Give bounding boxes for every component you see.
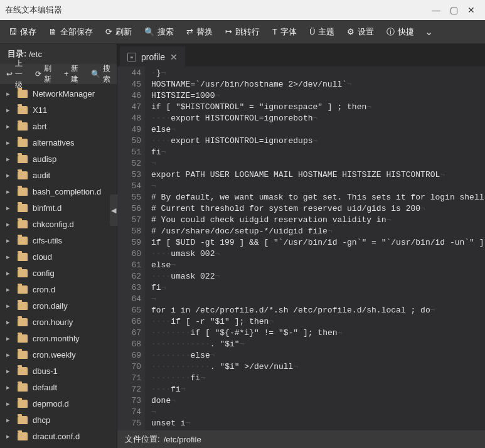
chevron-right-icon: ▸: [6, 171, 13, 179]
tree-item-label: abrt: [33, 122, 46, 131]
chevron-right-icon: ▸: [6, 188, 13, 196]
tree-item[interactable]: ▸dracut.conf.d: [0, 428, 117, 444]
tree-item[interactable]: ▸dhcp: [0, 412, 117, 428]
theme-button[interactable]: Ü主题: [303, 20, 341, 43]
tree-item-label: cron.monthly: [33, 334, 79, 343]
folder-icon: [18, 400, 28, 408]
chevron-right-icon: ▸: [6, 383, 13, 392]
folder-icon: [18, 432, 28, 440]
toolbar-overflow[interactable]: ⌄: [420, 26, 437, 38]
tree-item[interactable]: ▸alternatives: [0, 134, 117, 151]
tree-item[interactable]: ▸bash_completion.d: [0, 183, 117, 200]
tree-item[interactable]: ▸cron.weekly: [0, 346, 117, 363]
line-gutter: 4445464748495051525354555657585960616263…: [117, 67, 145, 430]
search-button[interactable]: 🔍搜索: [138, 20, 180, 43]
chevron-right-icon: ▸: [6, 318, 13, 326]
folder-icon: [18, 237, 28, 245]
tree-item[interactable]: ▸dbus-1: [0, 363, 117, 379]
gear-icon: ⚙: [347, 27, 354, 36]
replace-button[interactable]: ⇄替换: [180, 20, 219, 43]
tree-item-label: binfmt.d: [33, 203, 61, 213]
tree-item[interactable]: ▸NetworkManager: [0, 85, 117, 102]
chevron-right-icon: ▸: [6, 220, 13, 228]
up-icon: ↩: [6, 70, 13, 78]
minimize-button[interactable]: —: [427, 5, 445, 15]
editor-area: ◀ ≡ profile ✕ 44454647484950515253545556…: [117, 44, 485, 448]
folder-icon: [18, 269, 28, 277]
code-content[interactable]: ·}¬HOSTNAME=`/usr/bin/hostname 2>/dev/nu…: [145, 67, 485, 430]
save-all-icon: 🗎: [49, 27, 57, 36]
tree-item[interactable]: ▸cron.hourly: [0, 314, 117, 330]
tree-item-label: cron.hourly: [33, 317, 73, 327]
tree-item[interactable]: ▸binfmt.d: [0, 200, 117, 216]
file-tree[interactable]: ▸NetworkManager▸X11▸abrt▸alternatives▸au…: [0, 84, 117, 448]
window-title: 在线文本编辑器: [5, 4, 427, 16]
tree-item[interactable]: ▸chkconfig.d: [0, 216, 117, 232]
tree-item[interactable]: ▸cifs-utils: [0, 232, 117, 248]
shortcut-button[interactable]: ⓘ快捷: [380, 20, 420, 43]
theme-icon: Ü: [309, 27, 315, 36]
chevron-right-icon: ▸: [6, 155, 13, 163]
tree-item[interactable]: ▸cloud: [0, 248, 117, 265]
statusbar: 文件位置: /etc/profile: [117, 430, 485, 448]
tree-item-label: NetworkManager: [33, 89, 95, 99]
tree-item[interactable]: ▸X11: [0, 102, 117, 118]
sidebar-search-button[interactable]: 🔍搜索: [85, 64, 117, 84]
folder-icon: [18, 351, 28, 359]
folder-icon: [18, 302, 28, 310]
goto-button[interactable]: ↦跳转行: [219, 20, 266, 43]
chevron-right-icon: ▸: [6, 400, 13, 408]
folder-icon: [18, 188, 28, 196]
tree-item[interactable]: ▸config: [0, 265, 117, 281]
font-button[interactable]: T字体: [266, 20, 303, 43]
folder-icon: [18, 106, 28, 114]
folder-icon: [18, 416, 28, 424]
chevron-right-icon: ▸: [6, 416, 13, 424]
folder-icon: [18, 318, 28, 326]
tree-item[interactable]: ▸abrt: [0, 118, 117, 134]
chevron-right-icon: ▸: [6, 432, 13, 440]
tree-item-label: dbus-1: [33, 366, 58, 376]
folder-icon: [18, 334, 28, 343]
close-button[interactable]: ✕: [462, 5, 480, 15]
tree-item[interactable]: ▸cron.monthly: [0, 330, 117, 346]
save-all-button[interactable]: 🗎全部保存: [43, 20, 99, 43]
close-icon[interactable]: ✕: [170, 52, 178, 62]
current-dir: /etc: [29, 50, 42, 59]
tree-item-label: default: [33, 383, 57, 392]
sidebar: 目录: /etc ↩上一级 ⟳刷新 +新建 🔍搜索 ▸NetworkManage…: [0, 44, 117, 448]
info-icon: ⓘ: [386, 26, 395, 38]
chevron-right-icon: ▸: [6, 302, 13, 310]
tree-item-label: cron.daily: [33, 301, 68, 311]
tab-bar: ≡ profile ✕: [117, 44, 485, 67]
tree-item-label: config: [33, 269, 55, 278]
save-button[interactable]: 🖫保存: [3, 20, 43, 43]
tree-item-label: chkconfig.d: [33, 220, 74, 229]
tree-item[interactable]: ▸cron.d: [0, 281, 117, 297]
refresh-button[interactable]: ⟳刷新: [99, 20, 138, 43]
tree-item[interactable]: ▸depmod.d: [0, 395, 117, 412]
font-icon: T: [272, 27, 277, 36]
tree-item[interactable]: ▸audisp: [0, 151, 117, 167]
new-button[interactable]: +新建: [58, 64, 85, 84]
folder-icon: [18, 285, 28, 294]
tab-profile[interactable]: ≡ profile ✕: [120, 46, 185, 67]
sidebar-collapse-handle[interactable]: ◀: [110, 195, 117, 226]
sidebar-refresh-button[interactable]: ⟳刷新: [29, 64, 58, 84]
tree-item-label: alternatives: [33, 138, 74, 147]
folder-icon: [18, 139, 28, 147]
folder-icon: [18, 171, 28, 179]
maximize-button[interactable]: ▢: [445, 5, 462, 15]
settings-button[interactable]: ⚙设置: [341, 20, 380, 43]
folder-icon: [18, 253, 28, 261]
tree-item-label: bash_completion.d: [33, 187, 101, 196]
code-editor[interactable]: 4445464748495051525354555657585960616263…: [117, 67, 485, 430]
tree-item[interactable]: ▸audit: [0, 167, 117, 183]
tree-item[interactable]: ▸default: [0, 379, 117, 395]
folder-icon: [18, 383, 28, 392]
chevron-right-icon: ▸: [6, 204, 13, 212]
replace-icon: ⇄: [186, 27, 193, 36]
up-button[interactable]: ↩上一级: [0, 64, 29, 84]
folder-icon: [18, 367, 28, 375]
tree-item[interactable]: ▸cron.daily: [0, 297, 117, 314]
